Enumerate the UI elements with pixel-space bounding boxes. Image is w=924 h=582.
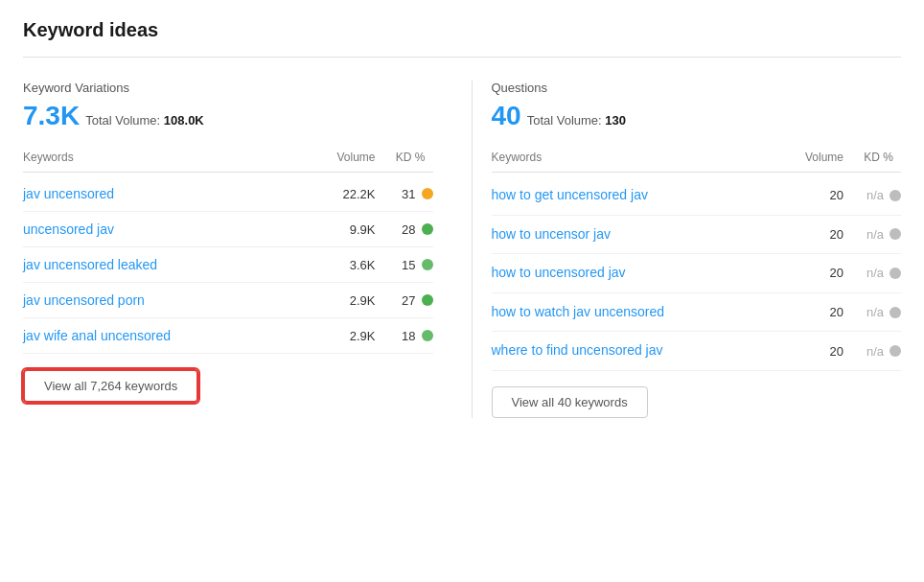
table-row: jav wife anal uncensored 2.9K 18 [23, 318, 433, 354]
na-text: n/a [866, 227, 884, 242]
na-text: n/a [866, 344, 884, 359]
questions-big-number: 40 [492, 101, 521, 131]
questions-label: Questions [492, 81, 902, 95]
volume-cell: 20 [786, 188, 843, 202]
keyword-link[interactable]: how to get uncensored jav [492, 186, 787, 205]
volume-cell: 9.9K [299, 222, 376, 237]
questions-volume-row: 40 Total Volume: 130 [492, 101, 902, 131]
variations-total-label: Total Volume: 108.0K [85, 113, 204, 128]
kd-dot [422, 330, 433, 341]
volume-cell: 20 [786, 266, 843, 280]
keyword-link[interactable]: how to uncensored jav [492, 264, 787, 283]
keyword-link[interactable]: jav uncensored porn [23, 292, 299, 308]
kd-cell: n/a [843, 227, 901, 242]
kd-cell: 27 [376, 293, 433, 308]
table-row: jav uncensored leaked 3.6K 15 [23, 247, 433, 283]
kd-cell: n/a [843, 344, 901, 359]
kd-dot [422, 223, 433, 235]
questions-th-kd: KD % [843, 151, 901, 164]
variations-view-all-button[interactable]: View all 7,264 keywords [23, 369, 198, 403]
keyword-link[interactable]: how to uncensor jav [492, 225, 787, 244]
kd-dot [422, 188, 433, 199]
kd-cell: n/a [843, 266, 901, 280]
kd-cell: n/a [843, 305, 901, 319]
table-row: jav uncensored porn 2.9K 27 [23, 283, 433, 318]
volume-cell: 2.9K [299, 329, 376, 343]
na-text: n/a [866, 266, 884, 280]
na-text: n/a [866, 305, 884, 319]
questions-th-volume: Volume [786, 151, 843, 164]
variations-table-body: jav uncensored 22.2K 31 uncensored jav 9… [23, 176, 433, 354]
variations-volume-row: 7.3K Total Volume: 108.0K [23, 101, 433, 131]
keyword-link[interactable]: jav wife anal uncensored [23, 328, 299, 343]
table-row: how to uncensored jav 20 n/a [492, 254, 902, 293]
questions-total-label: Total Volume: 130 [527, 113, 626, 128]
volume-cell: 20 [786, 344, 843, 359]
kd-dot [889, 190, 901, 201]
page-title: Keyword ideas [23, 19, 901, 58]
variations-label: Keyword Variations [23, 81, 433, 95]
variations-table-header: Keywords Volume KD % [23, 151, 433, 173]
volume-cell: 22.2K [299, 187, 376, 201]
table-row: where to find uncensored jav 20 n/a [492, 332, 902, 371]
kd-cell: 18 [376, 329, 433, 343]
keyword-link[interactable]: how to watch jav uncensored [492, 303, 787, 322]
keyword-link[interactable]: where to find uncensored jav [492, 341, 787, 361]
table-row: how to get uncensored jav 20 n/a [492, 176, 902, 216]
questions-table-header: Keywords Volume KD % [492, 151, 902, 173]
keyword-link[interactable]: uncensored jav [23, 221, 299, 237]
questions-th-keywords: Keywords [492, 151, 787, 164]
questions-view-all-button[interactable]: View all 40 keywords [492, 386, 648, 418]
table-row: how to uncensor jav 20 n/a [492, 216, 902, 255]
keyword-link[interactable]: jav uncensored leaked [23, 257, 299, 272]
volume-cell: 3.6K [299, 258, 376, 272]
kd-dot [889, 268, 901, 279]
variations-th-kd: KD % [376, 151, 433, 164]
variations-th-keywords: Keywords [23, 151, 299, 164]
volume-cell: 20 [786, 305, 843, 319]
kd-dot [422, 294, 433, 306]
questions-section: Questions 40 Total Volume: 130 Keywords … [472, 81, 902, 418]
table-row: how to watch jav uncensored 20 n/a [492, 293, 902, 333]
kd-cell: 28 [376, 222, 433, 237]
keyword-link[interactable]: jav uncensored [23, 186, 299, 201]
volume-cell: 20 [786, 227, 843, 242]
keyword-variations-section: Keyword Variations 7.3K Total Volume: 10… [23, 81, 472, 418]
kd-dot [889, 307, 901, 318]
kd-cell: n/a [843, 188, 901, 202]
kd-dot [422, 259, 433, 270]
variations-total-value: 108.0K [164, 113, 204, 128]
kd-cell: 31 [376, 187, 433, 201]
variations-th-volume: Volume [299, 151, 376, 164]
table-row: uncensored jav 9.9K 28 [23, 212, 433, 247]
kd-cell: 15 [376, 258, 433, 272]
na-text: n/a [866, 188, 884, 202]
table-row: jav uncensored 22.2K 31 [23, 176, 433, 212]
kd-dot [889, 345, 901, 357]
kd-dot [889, 228, 901, 240]
questions-total-value: 130 [605, 113, 626, 128]
questions-table-body: how to get uncensored jav 20 n/a how to … [492, 176, 902, 371]
variations-big-number: 7.3K [23, 101, 80, 131]
volume-cell: 2.9K [299, 293, 376, 308]
